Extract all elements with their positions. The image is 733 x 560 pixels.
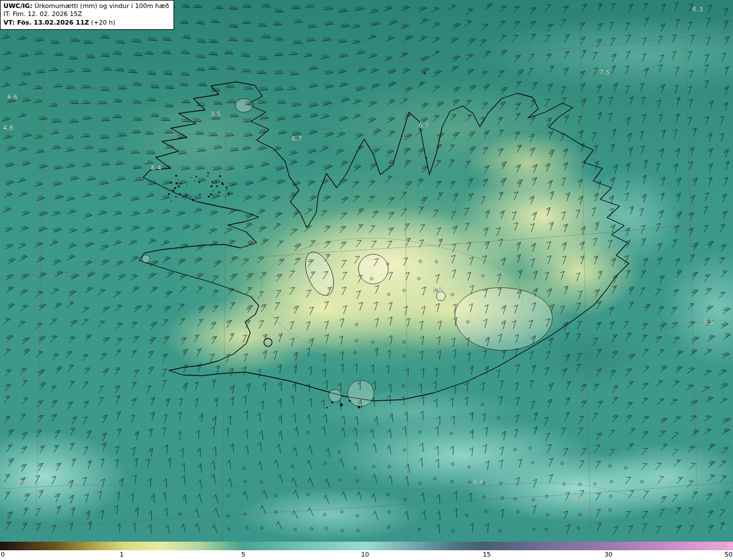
colorbar-tick-label: 5 [241,551,245,558]
model-label: UWC/IG: [3,2,33,10]
colorbar-tick-label: 30 [604,551,612,558]
map-title-box: UWC/IG: Úrkomumætti (mm) og vindur í 100… [0,0,174,30]
valid-line: VT: Fös. 13.02.2026 11Z (+20 h) [3,19,169,27]
offshore-islands [168,73,427,409]
title-line: UWC/IG: Úrkomumætti (mm) og vindur í 100… [3,2,169,10]
colorbar-tick-label: 0 [1,551,5,558]
colorbar-labels: 01510153050 [0,550,733,560]
colorbar-tick-label: 1 [120,551,124,558]
map-overlay [0,0,733,542]
iceland-coastline [139,82,629,401]
colorbar-tick-label: 15 [483,551,491,558]
glacier-outlines [142,99,552,407]
colorbar-gradient [0,542,733,550]
valid-time: VT: Fös. 13.02.2026 11Z [3,19,89,26]
colorbar: 01510153050 [0,542,733,560]
map-title: Úrkomumætti (mm) og vindur í 100m hæð [33,2,170,10]
init-time: IT: Fim. 12. 02. 2026 15Z [3,10,169,18]
valid-offset: (+20 h) [89,19,116,26]
colorbar-tick-label: 10 [361,551,369,558]
weather-map-viewport: 6.37.56.64.83.56.76.76.41.05.35.84.46.86… [0,0,733,560]
colorbar-tick-label: 50 [724,551,732,558]
